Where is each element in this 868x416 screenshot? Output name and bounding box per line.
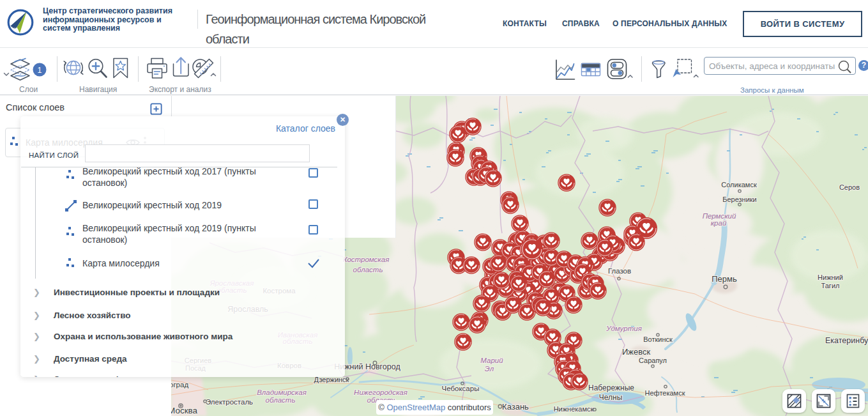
svg-text:Глазов: Глазов bbox=[608, 267, 631, 275]
svg-text:Набережные: Набережные bbox=[588, 383, 634, 392]
svg-text:область: область bbox=[266, 396, 296, 404]
svg-text:Екатеринбург: Екатеринбург bbox=[825, 336, 868, 345]
svg-text:Соликамск: Соликамск bbox=[721, 181, 757, 189]
svg-text:Нижний: Нижний bbox=[818, 273, 843, 281]
svg-text:1: 1 bbox=[38, 66, 42, 75]
svg-text:Березники: Березники bbox=[722, 196, 757, 203]
svg-text:Удмуртия: Удмуртия bbox=[605, 325, 642, 332]
svg-text:Костромская: Костромская bbox=[343, 256, 390, 263]
svg-text:Владимирская: Владимирская bbox=[257, 389, 307, 396]
svg-text:Пермь: Пермь bbox=[712, 274, 737, 284]
svg-text:Воткинск: Воткинск bbox=[643, 335, 673, 343]
svg-text:Нижегородская: Нижегородская bbox=[354, 389, 407, 396]
svg-text:край: край bbox=[711, 219, 727, 227]
svg-text:Нефтекамск: Нефтекамск bbox=[645, 389, 685, 397]
svg-text:Электросталь: Электросталь bbox=[206, 398, 253, 406]
svg-text:Ижевск: Ижевск bbox=[622, 347, 651, 357]
svg-text:Нижнекамск: Нижнекамск bbox=[554, 405, 594, 413]
svg-text:Москва: Москва bbox=[171, 406, 198, 415]
svg-text:Челны: Челны bbox=[599, 393, 623, 402]
svg-text:Казань: Казань bbox=[502, 402, 529, 412]
svg-text:Эл: Эл bbox=[485, 365, 494, 373]
svg-text:оград: оград bbox=[171, 381, 188, 389]
svg-text:Чебоксары: Чебоксары bbox=[442, 385, 480, 392]
svg-text:Тагил: Тагил bbox=[821, 282, 840, 289]
svg-text:Марий: Марий bbox=[480, 357, 503, 364]
svg-text:Серов: Серов bbox=[839, 183, 860, 191]
svg-text:область: область bbox=[353, 266, 383, 273]
svg-text:Сарапул: Сарапул bbox=[639, 357, 667, 364]
